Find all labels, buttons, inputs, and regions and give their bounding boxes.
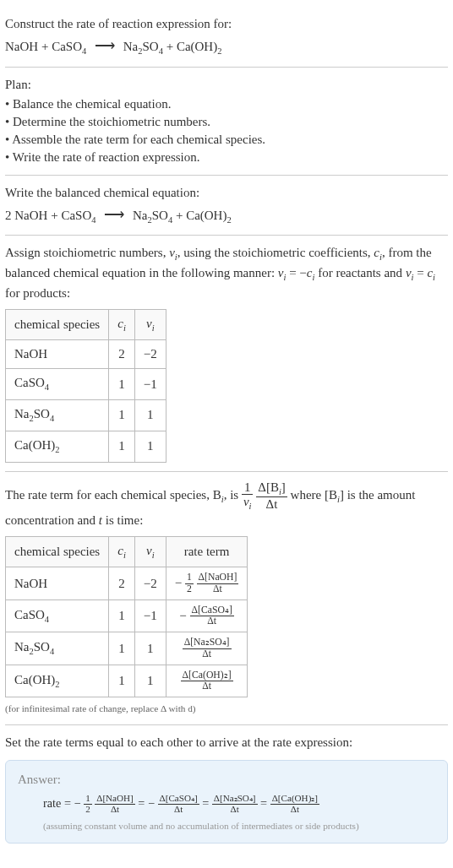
col-c: ci: [109, 309, 135, 340]
rateterm-section: The rate term for each chemical species,…: [5, 472, 448, 726]
plan-heading: Plan:: [5, 76, 448, 94]
col-species: chemical species: [6, 309, 109, 340]
stoich-table: chemical species ci νi NaOH 2 −2 CaSO4 1…: [5, 309, 166, 463]
fraction: Δ[Na₂SO₄]Δt: [212, 794, 258, 814]
fraction: 12: [185, 572, 194, 594]
answer-label: Answer:: [18, 771, 435, 789]
table-row: CaSO4 1 −1 − Δ[CaSO₄]Δt: [6, 599, 248, 632]
stoich-text: Assign stoichiometric numbers, νi, using…: [5, 244, 448, 301]
reactant-caso4: CaSO4: [52, 40, 86, 53]
final-section: Set the rate terms equal to each other t…: [5, 725, 448, 852]
reactant-naoh: NaOH: [5, 40, 38, 53]
col-rate: rate term: [166, 536, 248, 567]
table-row: Ca(OH)2 1 1 Δ[Ca(OH)₂]Δt: [6, 665, 248, 697]
col-species: chemical species: [6, 536, 109, 567]
answer-equation: rate = − 12 Δ[NaOH]Δt = − Δ[CaSO₄]Δt = Δ…: [43, 794, 435, 814]
table-row: CaSO4 1 −1: [6, 369, 166, 400]
answer-note: (assuming constant volume and no accumul…: [43, 820, 435, 833]
product-na2so4: Na2SO4: [123, 40, 163, 53]
fraction: Δ[Ca(OH)₂]Δt: [270, 794, 319, 814]
answer-box: Answer: rate = − 12 Δ[NaOH]Δt = − Δ[CaSO…: [5, 760, 448, 844]
col-c: ci: [109, 536, 135, 567]
final-heading: Set the rate terms equal to each other t…: [5, 734, 448, 751]
product-caoh2: Ca(OH)2: [177, 40, 222, 53]
col-nu: νi: [134, 309, 166, 340]
fraction: Δ[NaOH]Δt: [197, 572, 239, 594]
intro-title: Construct the rate of reaction expressio…: [5, 15, 448, 33]
fraction: Δ[CaSO₄]Δt: [158, 794, 199, 814]
plan-item: Determine the stoichiometric numbers.: [5, 113, 448, 131]
plan-item: Assemble the rate term for each chemical…: [5, 131, 448, 149]
intro-equation: NaOH + CaSO4 ⟶ Na2SO4 + Ca(OH)2: [5, 36, 448, 58]
stoich-section: Assign stoichiometric numbers, νi, using…: [5, 236, 448, 471]
table-row: NaOH 2 −2 − 12 Δ[NaOH]Δt: [6, 567, 248, 600]
balanced-heading: Write the balanced chemical equation:: [5, 184, 448, 202]
table-row: NaOH 2 −2: [6, 340, 166, 369]
table-row: Na2SO4 1 1 Δ[Na₂SO₄]Δt: [6, 632, 248, 665]
plan-item: Write the rate of reaction expression.: [5, 149, 448, 166]
table-row: Ca(OH)2 1 1: [6, 431, 166, 462]
balanced-equation: 2 NaOH + CaSO4 ⟶ Na2SO4 + Ca(OH)2: [5, 205, 448, 227]
plan-list: Balance the chemical equation. Determine…: [5, 95, 448, 166]
table-row: Na2SO4 1 1: [6, 400, 166, 431]
fraction: Δ[Bi] Δt: [256, 480, 287, 512]
col-nu: νi: [134, 536, 166, 567]
fraction: 1 νi: [242, 480, 254, 512]
plan-item: Balance the chemical equation.: [5, 95, 448, 113]
rateterm-table: chemical species ci νi rate term NaOH 2 …: [5, 536, 248, 698]
fraction: Δ[Na₂SO₄]Δt: [183, 637, 232, 659]
arrow-icon: ⟶: [104, 207, 124, 223]
intro-section: Construct the rate of reaction expressio…: [5, 7, 448, 68]
arrow-icon: ⟶: [95, 38, 115, 54]
balanced-section: Write the balanced chemical equation: 2 …: [5, 176, 448, 236]
fraction: Δ[NaOH]Δt: [95, 794, 135, 814]
fraction: Δ[CaSO₄]Δt: [190, 605, 234, 627]
fraction: 12: [84, 794, 92, 814]
plan-section: Plan: Balance the chemical equation. Det…: [5, 68, 448, 176]
infinitesimal-note: (for infinitesimal rate of change, repla…: [5, 703, 448, 716]
fraction: Δ[Ca(OH)₂]Δt: [181, 670, 233, 692]
rateterm-text: The rate term for each chemical species,…: [5, 480, 448, 529]
